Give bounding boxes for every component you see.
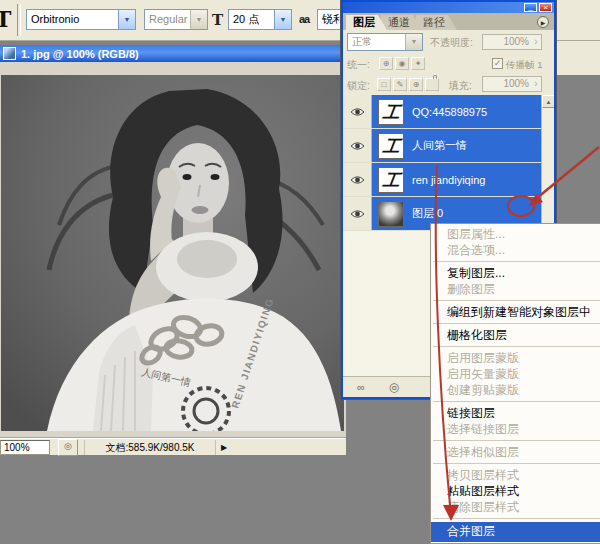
menu-item-label: 启用矢量蒙版 [447,367,519,381]
layer-thumbnail[interactable]: 工 [378,133,404,159]
menu-item[interactable]: 编组到新建智能对象图层中 [431,304,600,320]
layer-thumbnail[interactable]: 工 [378,167,404,193]
palette-tab[interactable]: 通道 [381,15,422,30]
visibility-toggle[interactable] [343,197,372,230]
eye-icon [350,175,365,185]
layer-controls: 正常 ▼ 不透明度: 100% › 统一: ⊕ ◉ ✦ ✓ 传播帧 1 锁定: … [343,30,554,96]
toolbar-divider [17,4,21,36]
font-style-select[interactable]: Regular ▼ [144,9,208,30]
menu-item[interactable]: 启用图层蒙版 [431,350,600,366]
menu-item [433,261,600,262]
scroll-up-icon[interactable]: ▲ [542,95,554,108]
menu-item[interactable]: 选择相似图层 [431,444,600,460]
layer-row-body[interactable]: 工 ren jiandiyiqing [372,163,541,196]
document-title-bar[interactable]: 1. jpg @ 100% (RGB/8) [0,45,346,62]
propagate-frame-checkbox[interactable]: ✓ [492,58,503,69]
palette-tab-strip: 图层 通道 路径 ▶ [343,13,554,30]
menu-item-label: 启用图层蒙版 [447,351,519,365]
eye-icon [350,107,365,117]
menu-item[interactable]: 创建剪贴蒙版 [431,382,600,398]
fill-slider-icon[interactable]: › [531,77,541,91]
blend-mode-select[interactable]: 正常 ▼ [347,33,423,51]
font-size-select[interactable]: 20 点 ▼ [228,9,292,30]
menu-item-label: 栅格化图层 [447,328,507,342]
font-size-value: 20 点 [229,10,274,29]
chevron-down-icon[interactable]: ▼ [405,34,422,50]
layer-row-body[interactable]: 工 QQ:445898975 [372,95,541,128]
menu-item-label: 删除图层 [447,282,495,296]
menu-item[interactable]: 粘贴图层样式 [431,483,600,499]
layer-row[interactable]: 工 QQ:445898975 [343,95,554,129]
layer-thumbnail[interactable] [378,201,404,227]
layer-name: 图层 0 [412,206,443,221]
unify-style-icon[interactable]: ✦ [411,57,425,70]
menu-item[interactable]: 图层属性... [431,226,600,242]
visibility-toggle[interactable] [343,129,372,162]
fill-field[interactable]: 100% › [482,76,542,92]
opacity-slider-icon[interactable]: › [531,35,541,49]
menu-item[interactable]: 混合选项... [431,242,600,258]
document-status-bar: 100% ◎ 文档:585.9K/980.5K ▶ [0,438,346,455]
menu-item [433,440,600,441]
menu-item[interactable]: 拷贝图层样式 [431,467,600,483]
chevron-down-icon[interactable]: ▼ [190,10,207,29]
minimize-icon[interactable]: _ [524,3,537,12]
menu-item [433,300,600,301]
palette-tab[interactable]: 路径 [416,15,457,30]
menu-item[interactable]: 合并图层 [431,522,600,542]
font-family-select[interactable]: Orbitronio ▼ [26,9,136,30]
zoom-level-field[interactable]: 100% [0,440,50,455]
link-layers-icon[interactable]: ∞ [357,381,365,393]
lock-all-icon[interactable] [425,78,439,91]
visibility-toggle[interactable] [343,95,372,128]
unify-label: 统一: [347,58,370,72]
fill-label: 填充: [449,79,472,93]
menu-item-label: 粘贴图层样式 [447,484,519,498]
canvas-area[interactable]: 人间第一情 REN JIANDIYIQING [0,62,346,438]
opacity-field[interactable]: 100% › [482,34,542,50]
menu-item[interactable]: 选择链接图层 [431,421,600,437]
menu-item[interactable]: 清除图层样式 [431,499,600,515]
anti-alias-icon: aa [299,13,309,25]
unify-visibility-icon[interactable]: ◉ [395,57,409,70]
font-size-icon: T [212,11,223,29]
status-options-arrow-icon[interactable]: ▶ [216,443,232,452]
palette-tab[interactable]: 图层 [346,15,387,30]
menu-item[interactable]: 栅格化图层 [431,327,600,343]
layer-context-menu: 图层属性... 混合选项... 复制图层... 删除图层 编组到新建智能 [430,223,600,544]
chevron-down-icon[interactable]: ▼ [118,10,135,29]
text-layer-glyph: 工 [381,100,401,124]
menu-item[interactable]: 删除图层 [431,281,600,297]
lock-transparency-icon[interactable]: □ [377,78,391,91]
layer-thumbnail[interactable]: 工 [378,99,404,125]
eye-icon [350,209,365,219]
layer-row[interactable]: 工 ren jiandiyiqing [343,163,554,197]
layer-row-body[interactable]: 工 人间第一情 [372,129,541,162]
layer-style-icon[interactable]: ◎ [389,380,399,394]
font-style-value: Regular [145,10,190,29]
eye-icon [350,141,365,151]
menu-item-label: 混合选项... [447,243,505,257]
menu-item [433,401,600,402]
visibility-toggle[interactable] [343,163,372,196]
close-icon[interactable]: × [539,3,552,12]
menu-item [433,346,600,347]
chevron-down-icon[interactable]: ▼ [274,10,291,29]
menu-item-label: 选择相似图层 [447,445,519,459]
photo-image: 人间第一情 REN JIANDIYIQING [1,75,344,431]
layer-row[interactable]: 工 人间第一情 [343,129,554,163]
menu-item[interactable]: 复制图层... [431,265,600,281]
status-circle-icon[interactable]: ◎ [58,439,78,456]
unify-position-icon[interactable]: ⊕ [379,57,393,70]
menu-item[interactable]: 链接图层 [431,405,600,421]
menu-item-label: 链接图层 [447,406,495,420]
document-title: 1. jpg @ 100% (RGB/8) [21,48,139,60]
opacity-label: 不透明度: [430,36,473,50]
menu-item[interactable]: 启用矢量蒙版 [431,366,600,382]
document-window: 1. jpg @ 100% (RGB/8) [0,45,346,455]
palette-menu-icon[interactable]: ▶ [537,16,549,28]
lock-paint-icon[interactable]: ✎ [393,78,407,91]
palette-title-bar[interactable]: _ × [343,2,554,13]
lock-move-icon[interactable]: ⊕ [409,78,423,91]
photoshop-screen: T Orbitronio ▼ Regular ▼ T 20 点 ▼ aa 锐利 … [0,0,600,544]
